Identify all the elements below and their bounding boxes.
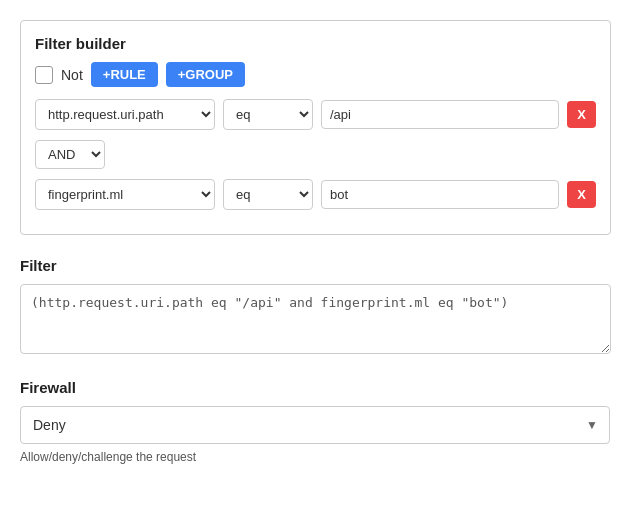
rule1-operator-select[interactable]: eq ne contains matches <box>223 99 313 130</box>
rule2-value-input[interactable] <box>321 180 559 209</box>
add-group-button[interactable]: +GROUP <box>166 62 245 87</box>
rule1-remove-button[interactable]: X <box>567 101 596 128</box>
rule1-value-input[interactable] <box>321 100 559 129</box>
firewall-select-wrapper: Allow Deny Challenge JS Challenge ▼ <box>20 406 610 444</box>
filter-builder-box: Filter builder Not +RULE +GROUP http.req… <box>20 20 611 235</box>
filter-builder-title: Filter builder <box>35 35 596 52</box>
connector-row: AND OR <box>35 140 596 169</box>
firewall-hint: Allow/deny/challenge the request <box>20 450 611 464</box>
rule1-field-select[interactable]: http.request.uri.path fingerprint.ml ip.… <box>35 99 215 130</box>
not-row: Not +RULE +GROUP <box>35 62 596 87</box>
rule2-field-select[interactable]: http.request.uri.path fingerprint.ml ip.… <box>35 179 215 210</box>
rule-row-2: http.request.uri.path fingerprint.ml ip.… <box>35 179 596 210</box>
rule2-remove-button[interactable]: X <box>567 181 596 208</box>
rule-row-1: http.request.uri.path fingerprint.ml ip.… <box>35 99 596 130</box>
filter-section: Filter (http.request.uri.path eq "/api" … <box>20 257 611 357</box>
firewall-select[interactable]: Allow Deny Challenge JS Challenge <box>20 406 610 444</box>
not-checkbox[interactable] <box>35 66 53 84</box>
connector-select[interactable]: AND OR <box>35 140 105 169</box>
firewall-title: Firewall <box>20 379 611 396</box>
filter-title: Filter <box>20 257 611 274</box>
rule2-operator-select[interactable]: eq ne contains matches <box>223 179 313 210</box>
filter-textarea[interactable]: (http.request.uri.path eq "/api" and fin… <box>20 284 611 354</box>
add-rule-button[interactable]: +RULE <box>91 62 158 87</box>
firewall-section: Firewall Allow Deny Challenge JS Challen… <box>20 379 611 464</box>
not-label: Not <box>61 67 83 83</box>
